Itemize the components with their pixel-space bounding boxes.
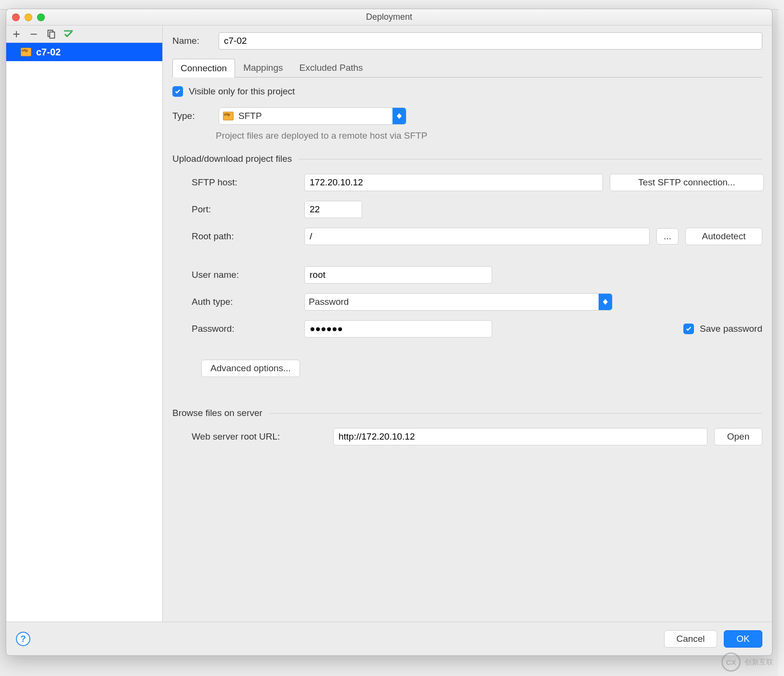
watermark-logo-icon: CX [721, 652, 741, 672]
chevron-updown-icon [599, 294, 612, 310]
help-button[interactable]: ? [16, 632, 30, 646]
advanced-options-button[interactable]: Advanced options... [201, 360, 300, 377]
save-password-label: Save password [700, 324, 762, 334]
section-browse: Browse files on server [172, 408, 762, 418]
deployment-dialog: Deployment c7-02 [6, 9, 772, 656]
svg-rect-1 [50, 32, 54, 38]
watermark: CX 创新互联 [696, 651, 773, 673]
port-label: Port: [192, 204, 298, 215]
name-input[interactable] [219, 32, 762, 50]
window-title: Deployment [366, 12, 412, 22]
set-default-icon[interactable] [63, 29, 74, 39]
sftp-host-label: SFTP host: [192, 177, 298, 188]
dialog-footer: ? Cancel OK [6, 622, 772, 655]
port-input[interactable] [304, 201, 362, 218]
minimize-window-button[interactable] [25, 13, 32, 21]
remove-server-icon[interactable] [28, 29, 39, 39]
svg-rect-2 [64, 30, 73, 31]
tab-connection[interactable]: Connection [172, 59, 235, 78]
cancel-button[interactable]: Cancel [664, 630, 717, 648]
username-label: User name: [192, 270, 298, 280]
sftp-icon [223, 112, 234, 120]
chevron-updown-icon [392, 108, 406, 124]
name-label: Name: [172, 36, 210, 46]
zoom-window-button[interactable] [37, 13, 45, 21]
server-sidebar: c7-02 [6, 26, 163, 622]
add-server-icon[interactable] [11, 29, 22, 39]
auth-type-label: Auth type: [192, 297, 298, 307]
copy-server-icon[interactable] [46, 29, 56, 39]
auth-type-value: Password [309, 297, 349, 307]
sftp-icon [21, 48, 31, 56]
titlebar: Deployment [6, 9, 772, 26]
type-select[interactable]: SFTP [219, 107, 406, 125]
visible-only-checkbox[interactable] [172, 86, 183, 97]
browse-root-button[interactable]: ... [656, 228, 679, 245]
test-connection-button[interactable]: Test SFTP connection... [610, 174, 764, 191]
sidebar-item-label: c7-02 [36, 47, 61, 58]
visible-only-label: Visible only for this project [189, 86, 295, 97]
section-upload: Upload/download project files [172, 154, 762, 164]
ok-button[interactable]: OK [724, 630, 762, 648]
password-label: Password: [192, 324, 298, 334]
username-input[interactable] [304, 266, 492, 284]
tab-mappings[interactable]: Mappings [235, 58, 291, 77]
window-controls [12, 13, 45, 21]
save-password-checkbox[interactable] [683, 324, 694, 334]
autodetect-button[interactable]: Autodetect [685, 228, 762, 245]
server-list: c7-02 [6, 43, 162, 622]
type-hint: Project files are deployed to a remote h… [172, 130, 762, 141]
web-root-label: Web server root URL: [192, 431, 327, 442]
main-panel: Name: Connection Mappings Excluded Paths… [163, 26, 772, 622]
close-window-button[interactable] [12, 13, 20, 21]
type-label: Type: [172, 111, 210, 121]
type-value: SFTP [238, 111, 262, 121]
root-path-label: Root path: [192, 231, 298, 242]
sftp-host-input[interactable] [304, 174, 603, 191]
auth-type-select[interactable]: Password [304, 293, 613, 311]
tabs: Connection Mappings Excluded Paths [172, 58, 762, 78]
open-url-button[interactable]: Open [714, 428, 762, 445]
password-input[interactable] [304, 320, 492, 338]
root-path-input[interactable] [304, 228, 650, 245]
sidebar-toolbar [6, 26, 162, 43]
web-root-input[interactable] [333, 428, 707, 445]
tab-excluded-paths[interactable]: Excluded Paths [291, 58, 371, 77]
sidebar-item-c7-02[interactable]: c7-02 [6, 43, 162, 61]
